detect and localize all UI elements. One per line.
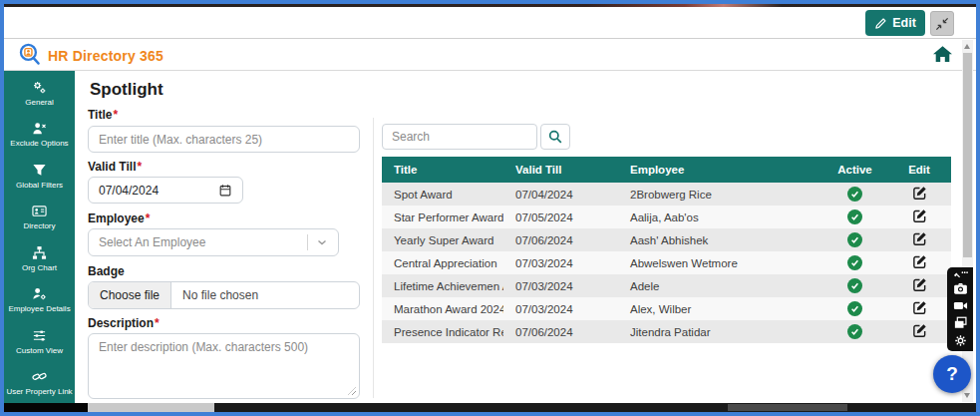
table-row: Lifetime Achievemen A...07/03/2024Adele bbox=[382, 274, 951, 297]
chevron-down-icon[interactable] bbox=[315, 235, 338, 249]
resize-handle[interactable] bbox=[348, 387, 356, 395]
cell-active bbox=[822, 187, 887, 202]
calendar-icon[interactable] bbox=[218, 184, 232, 198]
scroll-down-arrow-icon[interactable] bbox=[964, 393, 970, 398]
required-asterisk: * bbox=[137, 160, 142, 174]
sidebar-item-employee-details[interactable]: Employee Details bbox=[4, 286, 75, 313]
select-divider bbox=[307, 234, 308, 250]
cell-edit bbox=[887, 277, 951, 294]
video-camera-icon[interactable] bbox=[953, 298, 968, 313]
cell-title: Yearly Super Award bbox=[382, 234, 503, 246]
active-check-icon bbox=[847, 209, 862, 224]
windows-icon[interactable] bbox=[953, 315, 968, 330]
horizontal-scrollbar[interactable] bbox=[4, 403, 976, 412]
sidebar-item-directory[interactable]: Directory bbox=[4, 204, 75, 230]
sidebar-item-label: Employee Details bbox=[8, 304, 70, 313]
cell-valid-till: 07/05/2024 bbox=[503, 211, 618, 223]
vertical-scrollbar-thumb[interactable] bbox=[963, 53, 972, 257]
badge-field-label: Badge bbox=[88, 264, 126, 278]
description-textarea[interactable]: Enter description (Max. characters 500) bbox=[88, 333, 360, 399]
camera-icon[interactable] bbox=[953, 281, 968, 296]
table-row: Marathon Award 202407/03/2024Alex, Wilbe… bbox=[382, 297, 951, 320]
cell-edit bbox=[887, 231, 951, 248]
horizontal-scrollbar-thumb[interactable] bbox=[728, 404, 847, 411]
sidebar-item-exclude-options[interactable]: Exclude Options bbox=[4, 121, 75, 148]
row-edit-button[interactable] bbox=[912, 231, 927, 246]
cell-employee: Jitendra Patidar bbox=[618, 326, 822, 338]
awards-table: Title Valid Till Employee Active Edit Sp… bbox=[382, 157, 951, 343]
table-row: Yearly Super Award07/06/2024Aash' Abhish… bbox=[382, 228, 951, 251]
active-check-icon bbox=[847, 301, 862, 316]
capture-extension-toolbar bbox=[947, 267, 973, 351]
collapse-window-button[interactable] bbox=[930, 11, 954, 36]
cell-employee: Adele bbox=[618, 280, 822, 292]
row-edit-button[interactable] bbox=[912, 208, 927, 223]
active-check-icon bbox=[847, 278, 862, 293]
active-check-icon bbox=[847, 232, 862, 247]
cell-valid-till: 07/06/2024 bbox=[503, 326, 618, 338]
active-check-icon bbox=[847, 187, 862, 202]
choose-file-button[interactable]: Choose file bbox=[89, 282, 171, 308]
valid-till-date-input[interactable]: 07/04/2024 bbox=[88, 177, 243, 204]
badge-file-input[interactable]: Choose file No file chosen bbox=[88, 281, 360, 309]
col-header-title: Title bbox=[382, 164, 503, 176]
table-row: Star Performer Award07/05/2024Aalija, Aa… bbox=[382, 206, 951, 228]
table-row: Central Appreciation07/03/2024Abwelswen … bbox=[382, 251, 951, 274]
horizontal-scrollbar-thumb-left[interactable] bbox=[88, 403, 214, 412]
help-button[interactable]: ? bbox=[933, 355, 971, 393]
employee-select-placeholder: Select An Employee bbox=[99, 235, 205, 249]
brand-bar: HR Directory 365 bbox=[4, 40, 976, 71]
app-window: Edit HR Directory 365 bbox=[0, 0, 980, 416]
cell-edit bbox=[887, 208, 951, 225]
sidebar-item-global-filters[interactable]: Global Filters bbox=[4, 163, 75, 190]
row-edit-button[interactable] bbox=[912, 254, 927, 269]
home-icon bbox=[933, 51, 952, 66]
search-input[interactable]: Search bbox=[382, 124, 537, 150]
pencil-icon bbox=[874, 17, 887, 30]
row-edit-button[interactable] bbox=[912, 186, 927, 201]
link-icon bbox=[32, 369, 47, 384]
cell-employee: 2Brobwerg Rice bbox=[618, 189, 822, 201]
cell-employee: Aalija, Aab'os bbox=[618, 211, 822, 223]
row-edit-button[interactable] bbox=[912, 300, 927, 315]
file-chosen-status: No file chosen bbox=[171, 288, 269, 302]
cell-employee: Abwelswen Wetmore bbox=[618, 257, 822, 269]
gear-icon[interactable] bbox=[953, 333, 968, 348]
cell-title: Lifetime Achievemen A... bbox=[382, 280, 503, 292]
scroll-up-arrow-icon[interactable] bbox=[964, 44, 970, 49]
person-gear-icon bbox=[32, 286, 47, 301]
cell-title: Presence Indicator Rew... bbox=[382, 326, 503, 338]
cell-valid-till: 07/03/2024 bbox=[503, 280, 618, 292]
title-input[interactable]: Enter title (Max. characters 25) bbox=[88, 126, 360, 153]
cell-employee: Alex, Wilber bbox=[618, 303, 822, 315]
edit-button-label: Edit bbox=[892, 16, 916, 30]
col-header-active: Active bbox=[822, 164, 887, 176]
row-edit-button[interactable] bbox=[912, 323, 927, 338]
cell-title: Star Performer Award bbox=[382, 211, 503, 223]
sidebar-item-user-property-link[interactable]: User Property Link bbox=[4, 369, 75, 396]
cell-active bbox=[822, 255, 887, 270]
brand-logo: HR Directory 365 bbox=[17, 42, 163, 69]
cell-active bbox=[822, 324, 887, 339]
required-asterisk: * bbox=[146, 211, 151, 225]
horizontal-scrollbar-track[interactable] bbox=[214, 403, 976, 412]
employee-select[interactable]: Select An Employee bbox=[88, 228, 339, 256]
gears-icon bbox=[32, 80, 47, 95]
description-placeholder: Enter description (Max. characters 500) bbox=[99, 340, 308, 354]
sidebar-item-custom-view[interactable]: Custom View bbox=[4, 328, 75, 355]
row-edit-button[interactable] bbox=[912, 277, 927, 292]
cell-employee: Aash' Abhishek bbox=[618, 234, 822, 246]
screwdriver-icon[interactable] bbox=[953, 270, 968, 278]
table-body: Spot Award07/04/20242Brobwerg RiceStar P… bbox=[382, 183, 951, 343]
edit-button[interactable]: Edit bbox=[865, 10, 925, 36]
cell-active bbox=[822, 209, 887, 224]
home-button[interactable] bbox=[933, 46, 952, 66]
table-row: Presence Indicator Rew...07/06/2024Jiten… bbox=[382, 320, 951, 343]
cell-title: Marathon Award 2024 bbox=[382, 303, 503, 315]
cell-edit bbox=[887, 300, 951, 317]
sidebar-item-general[interactable]: General bbox=[4, 80, 75, 107]
sidebar-item-org-chart[interactable]: Org Chart bbox=[4, 245, 75, 272]
sidebar-item-label: Exclude Options bbox=[10, 139, 68, 148]
search-button[interactable] bbox=[540, 124, 570, 150]
page-title: Spotlight bbox=[90, 80, 163, 100]
